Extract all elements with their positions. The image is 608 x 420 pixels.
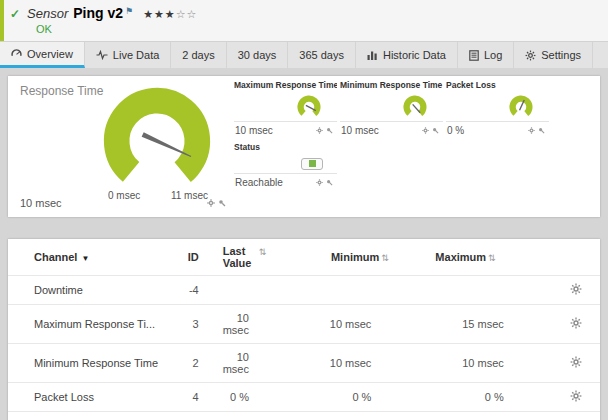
column-header-id[interactable]: ID [181,239,217,276]
sort-icon: ⇅ [381,253,389,263]
gear-icon[interactable] [316,127,323,134]
column-header-channel[interactable]: Channel▼ [8,239,181,276]
channel-name: Downtime [8,276,181,305]
pin-icon[interactable] [218,199,226,207]
priority-stars[interactable]: ★★★☆☆ [143,8,197,21]
gear-icon[interactable] [422,127,429,134]
pin-icon[interactable] [326,179,333,186]
tab-30-days[interactable]: 30 days [227,42,289,68]
tab-365-days[interactable]: 365 days [288,42,356,68]
column-header-minimum[interactable]: Minimum⇅ [295,239,423,276]
tab-label: Log [484,49,502,61]
channel-name: Minimum Response Time [8,344,181,383]
channel-maximum: 15 msec [423,305,551,344]
channels-table: Channel▼ ID Last Value⇅ Minimum⇅ Maximum [8,239,600,420]
mini-gauge [401,93,429,121]
mini-gauge-title: Maximum Response Time [234,80,337,92]
mini-gauge-packet-loss: Packet Loss 0 % [446,80,549,138]
table-row-response-time: Response Time 0 10 msec 10 msec 11 msec [8,412,600,420]
channel-last-value: 10 msec [217,412,295,420]
object-kind-label: Sensor [27,6,68,21]
pin-icon[interactable] [432,127,439,134]
prtg-sensor-page: ✓ Sensor Ping v2 ⚑ ★★★☆☆ OK Overview Liv… [0,0,608,420]
status-badge: OK [36,23,600,35]
ok-check-icon: ✓ [10,7,20,21]
mini-gauge-value: 10 msec [235,125,273,136]
status-value: Reachable [235,177,283,188]
table-row-downtime: Downtime -4 [8,276,600,305]
main-gauge-value: 10 msec [20,197,62,209]
column-label: Minimum [331,251,379,263]
gear-icon[interactable] [528,127,535,134]
tab-label: 365 days [299,49,344,61]
mini-gauge-title: Minimum Response Time [340,80,443,92]
channel-settings-icon[interactable] [570,317,582,329]
accent-bar [0,0,4,41]
channel-last-value: 10 msec [217,305,295,344]
waveform-icon [96,50,108,60]
tab-label: 2 days [182,49,214,61]
bar-chart-icon [367,50,378,60]
channel-last-value [217,276,295,305]
tab-2-days[interactable]: 2 days [171,42,226,68]
tab-settings[interactable]: Settings [514,42,593,68]
column-label: Maximum [435,251,486,263]
channel-maximum: 10 msec [423,344,551,383]
gauge-needle [413,104,420,112]
response-time-gauge [98,82,216,200]
status-title: Status [234,142,337,154]
column-header-last-value[interactable]: Last Value⇅ [217,239,295,276]
column-header-actions [552,239,600,276]
mini-gauge-min-response: Minimum Response Time 10 msec [340,80,443,138]
document-icon [469,50,479,61]
channel-minimum: 10 msec [295,344,423,383]
channels-table-panel: Channel▼ ID Last Value⇅ Minimum⇅ Maximum [8,239,600,420]
tab-live-data[interactable]: Live Data [85,42,171,68]
channel-maximum: 11 msec [423,412,551,420]
pin-icon[interactable] [538,127,545,134]
column-label: ID [188,251,199,263]
tab-log[interactable]: Log [458,42,514,68]
main-gauge-title: Response Time [20,84,103,98]
channel-id: 3 [181,305,217,344]
channel-name: Response Time [8,412,181,420]
stars-empty[interactable]: ☆☆ [176,8,198,20]
channel-name: Maximum Response Ti... [8,305,181,344]
page-title: Ping v2 [73,5,123,21]
gauges-panel: Response Time 0 msec 11 msec 10 msec [8,76,600,217]
column-label: Last Value [223,245,257,269]
stars-filled[interactable]: ★★★ [143,8,176,20]
sort-icon: ⇅ [259,247,267,257]
mini-gauge [295,93,323,121]
channel-last-value: 10 msec [217,344,295,383]
pin-icon[interactable] [326,127,333,134]
table-header-row: Channel▼ ID Last Value⇅ Minimum⇅ Maximum [8,239,600,276]
main-gauge-value-row: 10 msec [20,197,226,209]
channel-maximum [423,276,551,305]
gear-icon[interactable] [316,179,323,186]
tab-label: 30 days [238,49,277,61]
channel-id: -4 [181,276,217,305]
sensor-header: ✓ Sensor Ping v2 ⚑ ★★★☆☆ OK [0,0,608,41]
channel-settings-icon[interactable] [570,283,582,295]
tab-label: Historic Data [383,49,446,61]
sort-icon: ⇅ [488,253,496,263]
gear-icon[interactable] [207,199,215,207]
tab-label: Overview [27,48,73,60]
title-row: ✓ Sensor Ping v2 ⚑ ★★★☆☆ [10,5,600,21]
chevron-down-icon: ▼ [81,254,89,263]
tab-historic-data[interactable]: Historic Data [356,42,458,68]
gauge-icon [11,48,22,59]
flag-icon: ⚑ [125,6,133,16]
tab-label: Settings [541,49,581,61]
mini-gauge-value: 0 % [447,125,464,136]
table-row-max-response: Maximum Response Ti... 3 10 msec 10 msec… [8,305,600,344]
status-block: Status Reachable [234,142,337,190]
channel-settings-icon[interactable] [570,356,582,368]
tab-overview[interactable]: Overview [0,42,85,68]
overview-content: Response Time 0 msec 11 msec 10 msec [0,68,608,420]
channel-settings-icon[interactable] [570,390,582,402]
column-header-maximum[interactable]: Maximum⇅ [423,239,551,276]
channel-last-value: 0 % [217,383,295,412]
channel-minimum: 10 msec [295,305,423,344]
